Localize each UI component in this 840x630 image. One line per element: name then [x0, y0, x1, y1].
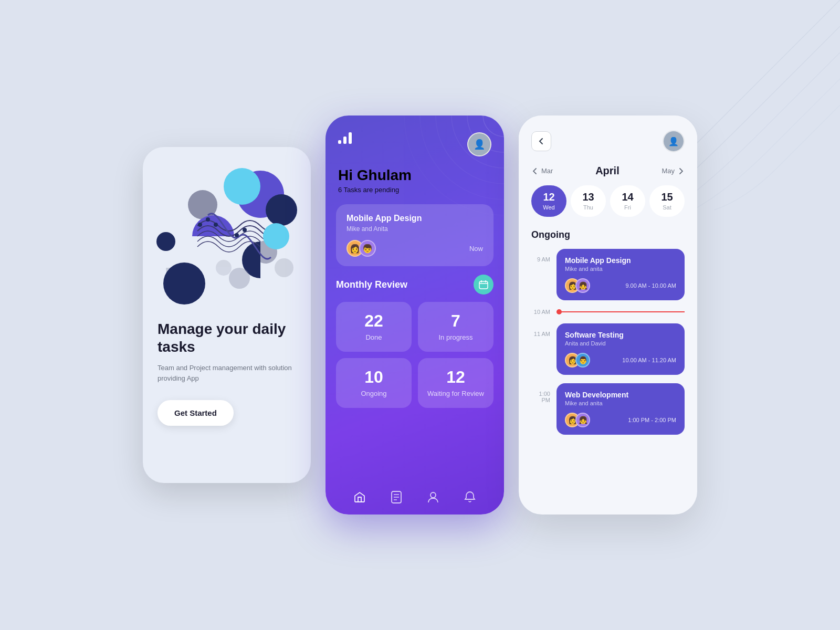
phones-container: Manage your daily tasks Team and Project… — [143, 116, 697, 514]
event-3-footer: 👩 👧 1:00 PM - 2:00 PM — [565, 413, 676, 427]
svg-point-12 — [243, 228, 247, 232]
current-time-label: 10 AM — [531, 309, 550, 315]
review-title: Monthly Review — [336, 279, 407, 290]
task-people: Mike and Anita — [346, 225, 483, 233]
day-14[interactable]: 14 Fri — [610, 185, 645, 217]
svg-point-11 — [235, 233, 239, 237]
event-2: 11 AM Software Testing Anita and David 👩… — [531, 323, 685, 375]
phone-onboarding: Manage your daily tasks Team and Project… — [143, 147, 311, 483]
event-2-title: Software Testing — [565, 331, 676, 339]
day-15-number: 15 — [661, 192, 673, 202]
stat-inprogress-label: In progress — [438, 333, 472, 341]
back-button[interactable] — [531, 131, 551, 151]
review-section: Monthly Review 22 Done 7 In progress — [336, 275, 494, 408]
nav-home[interactable] — [353, 490, 366, 504]
event-2-avatar-2: 👨 — [575, 353, 590, 368]
calendar-section: Mar April May 12 Wed 13 Thu 14 — [519, 161, 697, 225]
stat-ongoing-label: Ongoing — [361, 390, 386, 397]
stat-ongoing: 10 Ongoing — [336, 358, 412, 408]
greeting-subtitle: 6 Tasks are pending — [338, 186, 491, 194]
stats-grid: 22 Done 7 In progress 10 Ongoing 12 Wait… — [336, 302, 494, 408]
get-started-button[interactable]: Get Started — [158, 400, 234, 426]
event-1-avatars: 👩 👧 — [565, 278, 586, 293]
event-1: 9 AM Mobile App Design Mike and anita 👩 … — [531, 249, 685, 300]
day-13-name: Thu — [583, 204, 593, 211]
event-1-avatar-2: 👧 — [575, 278, 590, 293]
event-3-people: Mike and anita — [565, 400, 676, 406]
svg-point-6 — [163, 262, 205, 304]
event-3-time-label: 1:00 PM — [531, 383, 550, 403]
svg-point-2 — [224, 168, 260, 205]
day-12-number: 12 — [543, 192, 554, 202]
event-1-time-range: 9.00 AM - 10.00 AM — [625, 282, 676, 289]
svg-point-10 — [214, 223, 218, 227]
task-title: Mobile App Design — [346, 214, 483, 223]
stat-inprogress: 7 In progress — [418, 302, 494, 352]
event-card-1[interactable]: Mobile App Design Mike and anita 👩 👧 9.0… — [556, 249, 685, 300]
stat-done-number: 22 — [364, 312, 383, 329]
svg-point-14 — [216, 260, 232, 276]
day-14-number: 14 — [622, 192, 633, 202]
svg-point-27 — [430, 492, 436, 498]
task-avatar-group: 👩 👦 — [346, 240, 372, 257]
svg-point-15 — [229, 268, 250, 289]
svg-rect-22 — [338, 140, 341, 144]
day-12[interactable]: 12 Wed — [531, 185, 566, 217]
event-card-3[interactable]: Web Development Mike and anita 👩 👧 1:00 … — [556, 383, 685, 435]
stat-waiting-number: 12 — [446, 369, 465, 385]
event-2-time-label: 11 AM — [531, 323, 550, 337]
event-2-people: Anita and David — [565, 340, 676, 346]
day-14-name: Fri — [624, 204, 631, 211]
phone-calendar: 👤 Mar April May 12 Wed — [519, 116, 697, 514]
event-2-time-range: 10.00 AM - 11.20 AM — [622, 357, 676, 363]
event-3: 1:00 PM Web Development Mike and anita 👩… — [531, 383, 685, 435]
prev-month-label: Mar — [541, 167, 553, 175]
current-time-line — [556, 311, 685, 312]
svg-point-13 — [263, 223, 289, 249]
ongoing-section: Ongoing 9 AM Mobile App Design Mike and … — [519, 225, 697, 514]
stat-waiting-label: Waiting for Review — [427, 390, 484, 397]
day-13[interactable]: 13 Thu — [571, 185, 606, 217]
dashboard-header: 👤 — [326, 116, 504, 167]
nav-profile[interactable] — [426, 490, 440, 504]
event-2-footer: 👩 👨 10.00 AM - 11.20 AM — [565, 353, 676, 368]
greeting-section: Hi Ghulam 6 Tasks are pending — [326, 167, 504, 204]
day-15[interactable]: 15 Sat — [649, 185, 685, 217]
calendar-icon-btn[interactable] — [474, 275, 494, 295]
event-1-people: Mike and anita — [565, 266, 676, 272]
ongoing-title: Ongoing — [531, 229, 685, 240]
svg-point-7 — [156, 232, 175, 251]
next-month-label: May — [662, 167, 675, 175]
svg-rect-25 — [479, 281, 488, 289]
current-month: April — [595, 165, 620, 177]
svg-point-5 — [275, 258, 293, 277]
bottom-nav — [326, 480, 504, 514]
month-navigation: Mar April May — [531, 165, 685, 177]
event-card-2[interactable]: Software Testing Anita and David 👩 👨 10.… — [556, 323, 685, 375]
current-time-dot — [556, 309, 562, 314]
stat-ongoing-number: 10 — [364, 369, 383, 385]
nav-notifications[interactable] — [463, 490, 477, 504]
stat-inprogress-number: 7 — [451, 312, 460, 329]
day-12-name: Wed — [543, 204, 554, 211]
onboarding-title: Manage your daily tasks — [158, 320, 296, 355]
bars-icon — [338, 132, 353, 146]
task-card: Mobile App Design Mike and Anita 👩 👦 Now — [336, 204, 494, 266]
svg-point-9 — [206, 217, 210, 222]
svg-rect-24 — [349, 132, 352, 144]
next-month-button[interactable]: May — [662, 167, 685, 175]
review-header: Monthly Review — [336, 275, 494, 295]
event-3-time-range: 1:00 PM - 2:00 PM — [628, 417, 676, 423]
prev-month-button[interactable]: Mar — [531, 167, 553, 175]
calendar-header: 👤 — [519, 116, 697, 161]
nav-docs[interactable] — [390, 490, 403, 504]
illustration — [155, 163, 298, 310]
event-1-footer: 👩 👧 9.00 AM - 10.00 AM — [565, 278, 676, 293]
stat-waiting: 12 Waiting for Review — [418, 358, 494, 408]
svg-point-3 — [188, 190, 217, 219]
onboarding-description: Team and Project management with solutio… — [158, 363, 296, 383]
current-time-indicator: 10 AM — [531, 309, 685, 315]
day-15-name: Sat — [663, 204, 671, 211]
task-footer: 👩 👦 Now — [346, 240, 483, 257]
event-3-title: Web Development — [565, 391, 676, 399]
